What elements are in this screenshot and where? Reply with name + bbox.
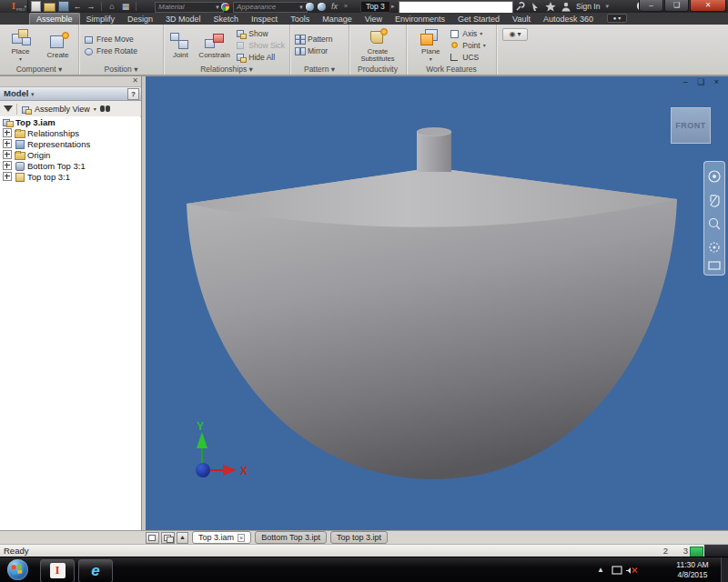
cascade-windows-icon[interactable] <box>146 532 159 544</box>
expand-icon[interactable] <box>3 161 12 170</box>
adjust-icon[interactable] <box>306 3 314 11</box>
tree-item-bottom-top[interactable]: Bottom Top 3:1 <box>0 160 140 171</box>
show-desktop-button[interactable] <box>721 557 728 582</box>
tab-autodesk-360[interactable]: Autodesk 360 <box>537 14 600 25</box>
redo-icon[interactable]: → <box>86 2 96 12</box>
axis-button[interactable]: Axis ▾ <box>448 28 487 39</box>
new-file-icon[interactable] <box>31 1 41 12</box>
tab-design[interactable]: Design <box>121 14 159 25</box>
pattern-button[interactable]: Pattern <box>293 34 334 45</box>
expand-icon[interactable] <box>3 172 12 181</box>
sign-in-button[interactable]: Sign In <box>576 2 600 11</box>
tab-tools[interactable]: Tools <box>284 14 316 25</box>
material-combo[interactable]: Material ▼ <box>155 2 224 13</box>
tab-sketch[interactable]: Sketch <box>207 14 246 25</box>
tab-vault[interactable]: Vault <box>506 14 537 25</box>
plane-button[interactable]: Plane▾ <box>415 28 446 63</box>
browser-help-icon[interactable]: ? <box>127 88 139 100</box>
navigation-bar[interactable] <box>703 161 725 276</box>
tab-inspect[interactable]: Inspect <box>245 14 284 25</box>
browser-header[interactable]: Model ▾ ? <box>0 87 141 101</box>
tab-3d-model[interactable]: 3D Model <box>159 14 207 25</box>
cursor-icon[interactable] <box>531 2 540 12</box>
taskbar-ie-button[interactable]: e <box>78 559 113 582</box>
point-button[interactable]: Point ▾ <box>448 40 487 51</box>
save-icon[interactable] <box>58 1 69 12</box>
place-button[interactable]: Place▾ <box>3 28 38 63</box>
close-button[interactable]: ✕ <box>690 0 726 12</box>
tab-scroll-up-icon[interactable]: ▲ <box>177 532 188 544</box>
parameters-fx-icon[interactable]: fx <box>331 2 338 11</box>
internet-explorer-icon: e <box>91 562 99 580</box>
panel-label-component[interactable]: Component ▾ <box>0 65 78 75</box>
view-mode-selector[interactable]: Assembly View <box>35 105 90 114</box>
tab-environments[interactable]: Environments <box>389 14 451 25</box>
favorites-star-icon[interactable] <box>545 2 556 12</box>
tree-item-root[interactable]: Top 3.iam <box>0 116 140 127</box>
tree-item-label: Top 3.iam <box>15 117 56 127</box>
panel-label-productivity[interactable]: Productivity <box>349 65 406 75</box>
search-tools-icon[interactable] <box>515 2 525 12</box>
expand-icon[interactable] <box>3 128 12 137</box>
panel-label-position[interactable]: Position ▾ <box>79 65 163 75</box>
tab-assemble[interactable]: Assemble <box>29 13 80 25</box>
tree-item-relationships[interactable]: Relationships <box>0 127 140 138</box>
search-input[interactable] <box>399 1 513 14</box>
open-file-icon[interactable] <box>44 3 56 12</box>
find-icon[interactable] <box>100 105 111 112</box>
panel-label-pattern[interactable]: Pattern ▾ <box>290 65 349 75</box>
expand-icon[interactable] <box>3 139 12 148</box>
chevron-down-icon[interactable]: ▾ <box>94 105 96 112</box>
viewport-3d[interactable]: Y X – ❏ × FRONT <box>146 76 728 530</box>
home-view-icon[interactable]: ⌂ <box>106 2 117 12</box>
tree-item-representations[interactable]: Representations <box>0 138 140 149</box>
tab-manage[interactable]: Manage <box>316 14 359 25</box>
ucs-button[interactable]: UCS <box>448 52 487 63</box>
doc-tab-top3-iam[interactable]: Top 3.iam× <box>192 531 251 544</box>
expand-icon[interactable] <box>3 150 12 159</box>
material-color-icon[interactable] <box>221 3 229 11</box>
free-move-button[interactable]: Free Move <box>82 34 139 45</box>
view-cube[interactable]: FRONT <box>671 107 711 144</box>
document-window-controls[interactable]: – ❏ × <box>683 77 723 86</box>
tree-item-top-top[interactable]: Top top 3:1 <box>0 171 140 182</box>
doc-tab-top-top3-ipt[interactable]: Top top 3.ipt <box>330 531 388 544</box>
tab-close-icon[interactable]: × <box>238 534 245 542</box>
qat-overflow-icon[interactable]: » <box>344 3 348 9</box>
maximize-button[interactable]: ❏ <box>664 0 689 12</box>
hide-all-button[interactable]: Hide All <box>234 52 287 63</box>
tab-get-started[interactable]: Get Started <box>451 14 506 25</box>
tab-view[interactable]: View <box>359 14 389 25</box>
show-sick-button[interactable]: Show Sick <box>234 40 287 51</box>
camera-icon[interactable]: ● ▾ <box>607 14 627 23</box>
clear-appearance-icon[interactable] <box>318 3 326 11</box>
doc-tab-bottom-top3-ipt[interactable]: Bottom Top 3.ipt <box>255 531 327 544</box>
taskbar-inventor-button[interactable]: I <box>40 559 75 582</box>
inventor-logo-icon[interactable]: I PRO ▾ <box>0 0 28 13</box>
mirror-button[interactable]: Mirror <box>293 45 334 56</box>
appearance-combo[interactable]: Appearance ▼ <box>233 2 308 13</box>
tab-simplify[interactable]: Simplify <box>80 14 122 25</box>
free-rotate-button[interactable]: Free Rotate <box>82 45 139 56</box>
minimize-button[interactable]: – <box>639 0 663 12</box>
filter-icon[interactable] <box>4 105 13 112</box>
start-button[interactable] <box>7 559 28 580</box>
tree-item-origin[interactable]: Origin <box>0 149 140 160</box>
plane-label: Plane <box>421 47 440 55</box>
undo-icon[interactable]: ← <box>72 2 83 12</box>
ribbon-collapse-button[interactable]: ◉ ▾ <box>502 28 528 41</box>
constrain-button[interactable]: Constrain <box>197 32 233 59</box>
create-substitutes-button[interactable]: Create Substitutes <box>352 28 403 63</box>
sign-in-dropdown-icon[interactable]: ▾ <box>605 3 609 10</box>
create-button[interactable]: Create <box>40 32 76 59</box>
tile-windows-icon[interactable] <box>161 532 175 544</box>
browser-close-icon[interactable]: ✕ <box>132 76 138 85</box>
joint-button[interactable]: Joint <box>167 32 195 59</box>
screenshot-icon[interactable]: ▦ <box>120 2 131 12</box>
panel-label-work-features[interactable]: Work Features <box>407 65 496 75</box>
panel-label-relationships[interactable]: Relationships ▾ <box>164 65 289 75</box>
user-icon[interactable] <box>561 2 571 12</box>
show-button[interactable]: Show <box>234 28 287 39</box>
taskbar-clock[interactable]: 11:30 AM 4/8/2015 <box>668 560 717 580</box>
tray-expand-icon[interactable]: ▲ <box>597 566 604 574</box>
